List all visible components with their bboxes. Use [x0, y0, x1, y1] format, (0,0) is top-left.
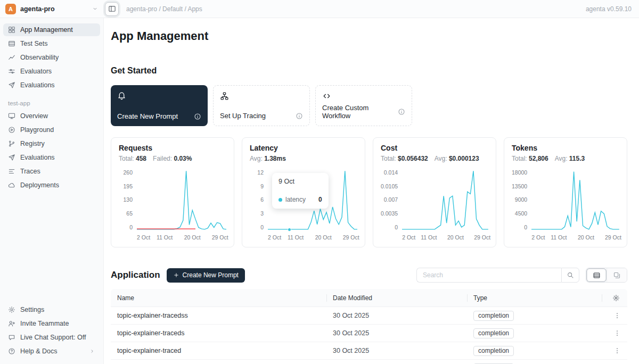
y-tick: 260: [123, 170, 133, 176]
row-menu-button[interactable]: [611, 345, 623, 357]
table-view-button[interactable]: [586, 268, 607, 282]
sidebar-item-invite-teammate[interactable]: Invite Teammate: [3, 317, 100, 330]
code-icon: [322, 92, 331, 101]
stat-meta-item: Failed: 0.03%: [153, 155, 192, 162]
sidebar-item-registry[interactable]: Registry: [3, 137, 100, 150]
applications-table: NameDate ModifiedType topic-explainer-tr…: [111, 289, 627, 364]
y-tick: 0: [395, 225, 398, 230]
table-row[interactable]: career-assessment27 Oct 2025completion: [111, 360, 627, 364]
sidebar-item-app-management[interactable]: App Management: [3, 23, 100, 36]
card-label: Create New Prompt: [117, 112, 178, 120]
breadcrumb[interactable]: agenta-pro / Default / Apps: [126, 5, 202, 13]
sidebar-item-label: Settings: [20, 306, 44, 313]
x-tick: 2 Oct: [268, 234, 281, 241]
panel-icon: [108, 5, 116, 13]
stat-meta: Avg: 1.38ms: [250, 155, 357, 162]
sidebar-item-label: Overview: [20, 112, 48, 120]
chart-plot[interactable]: [531, 170, 619, 230]
sidebar-item-evaluators[interactable]: Evaluators: [3, 65, 100, 78]
search-input[interactable]: [416, 268, 561, 283]
workspace-selector[interactable]: A agenta-pro: [0, 4, 104, 14]
table-row[interactable]: topic-explainer-traced30 Oct 2025complet…: [111, 342, 627, 360]
sidebar-item-label: Invite Teammate: [20, 320, 69, 327]
row-menu-button[interactable]: [611, 327, 623, 339]
tooltip-date: 9 Oct: [278, 178, 322, 185]
date-modified-cell: 30 Oct 2025: [326, 312, 467, 319]
table-icon: [8, 40, 15, 47]
sidebar-item-deployments[interactable]: Deployments: [3, 179, 100, 192]
get-started-card-create-custom-workflow[interactable]: Create Custom Workflow: [315, 85, 412, 126]
sidebar-item-evaluations[interactable]: Evaluations: [3, 151, 100, 164]
tooltip-series: latency: [285, 196, 306, 203]
row-menu-button[interactable]: [611, 310, 623, 321]
x-tick: 29 Oct: [474, 234, 490, 241]
sidebar-item-live-chat-support-off[interactable]: Live Chat Support: Off: [3, 331, 100, 344]
card-label: Set Up Tracing: [220, 112, 266, 120]
sidebar-item-settings[interactable]: Settings: [3, 303, 100, 316]
column-header-type[interactable]: Type: [467, 289, 602, 307]
search-box: [416, 268, 579, 283]
x-tick: 29 Oct: [343, 234, 359, 241]
help-circle-icon: [8, 348, 15, 355]
stat-card-requests: RequestsTotal: 458Failed: 0.03%260195130…: [111, 137, 234, 247]
search-button[interactable]: [561, 268, 579, 283]
table-row[interactable]: topic-explainer-traceds30 Oct 2025comple…: [111, 325, 627, 342]
sidebar-item-label: Help & Docs: [20, 348, 57, 355]
list-lines-icon: [8, 168, 15, 175]
stat-title: Requests: [119, 144, 226, 152]
chart-plot[interactable]: [137, 170, 226, 230]
tooltip-value: 0: [318, 196, 322, 203]
type-cell: completion: [467, 311, 602, 321]
stat-meta-item: Avg: $0.000123: [435, 155, 479, 162]
table-settings-button[interactable]: [602, 289, 627, 307]
sidebar-item-test-sets[interactable]: Test Sets: [3, 37, 100, 50]
y-tick: 6: [260, 197, 264, 203]
sidebar-item-evaluations[interactable]: Evaluations: [3, 79, 100, 92]
info-icon: [194, 113, 201, 120]
dots-v-icon: [613, 347, 621, 354]
create-new-prompt-button[interactable]: Create New Prompt: [167, 268, 245, 283]
sidebar-item-playground[interactable]: Playground: [3, 123, 100, 136]
x-axis: 2 Oct11 Oct20 Oct29 Oct: [268, 233, 357, 242]
get-started-card-create-new-prompt[interactable]: Create New Prompt: [111, 85, 208, 126]
table-row[interactable]: topic-explainer-tracedss30 Oct 2025compl…: [111, 307, 627, 325]
y-tick: 3: [260, 211, 264, 217]
sidebar-item-traces[interactable]: Traces: [3, 165, 100, 178]
gear-icon: [8, 306, 15, 313]
cards-icon: [613, 271, 621, 279]
application-heading: Application: [111, 270, 160, 280]
stat-title: Latency: [250, 144, 357, 152]
hover-point: [288, 228, 291, 231]
app-name-cell: topic-explainer-traceds: [111, 329, 326, 337]
chevron-right-icon: [89, 348, 95, 354]
play-circle-icon: [8, 126, 15, 134]
series-tokens: [531, 172, 619, 229]
chart-plot[interactable]: 9 Octlatency0: [268, 170, 357, 230]
y-tick: 0.014: [384, 170, 398, 176]
git-branch-icon: [8, 140, 15, 147]
sidebar-nav-bottom: SettingsInvite TeammateLive Chat Support…: [3, 303, 100, 359]
get-started-card-set-up-tracing[interactable]: Set Up Tracing: [213, 85, 310, 126]
sidebar-item-observability[interactable]: Observability: [3, 51, 100, 64]
column-header-date-modified[interactable]: Date Modified: [326, 289, 467, 307]
table-body: topic-explainer-tracedss30 Oct 2025compl…: [111, 307, 627, 364]
column-header-name[interactable]: Name: [111, 289, 326, 307]
x-tick: 20 Oct: [315, 234, 332, 241]
send-icon: [8, 81, 15, 89]
sidebar-toggle-button[interactable]: [105, 2, 119, 16]
stat-card-tokens: TokensTotal: 52,806Avg: 115.318000135009…: [504, 137, 627, 247]
x-tick: 2 Oct: [531, 234, 545, 241]
stat-meta: Total: $0.056432Avg: $0.000123: [381, 155, 488, 162]
sidebar-item-overview[interactable]: Overview: [3, 110, 100, 122]
get-started-cards: Create New PromptSet Up TracingCreate Cu…: [111, 85, 627, 126]
card-view-button[interactable]: [607, 268, 627, 282]
y-tick: 65: [126, 211, 133, 217]
sidebar-section-label: test-app: [3, 93, 100, 110]
y-tick: 195: [123, 184, 133, 189]
y-tick: 0: [129, 225, 133, 230]
sidebar-item-help-docs[interactable]: Help & Docs: [3, 345, 100, 358]
chart-plot[interactable]: [402, 170, 488, 230]
type-cell: completion: [467, 328, 602, 338]
date-modified-cell: 30 Oct 2025: [326, 347, 467, 354]
bell-icon: [117, 91, 126, 100]
